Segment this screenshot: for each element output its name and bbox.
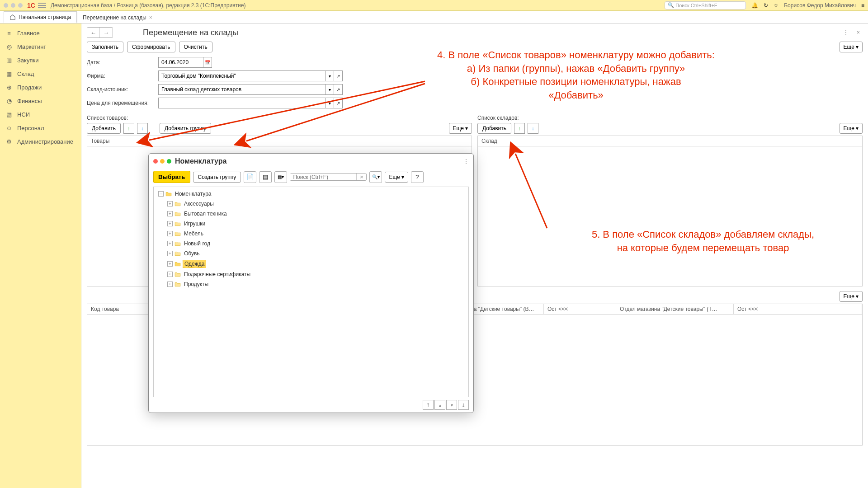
goods-move-up-button[interactable]: ↑ bbox=[123, 123, 134, 134]
nav-back-button[interactable]: ← bbox=[87, 28, 100, 38]
app-title: Демонстрационная база / Розница (базовая… bbox=[51, 2, 246, 9]
firm-input[interactable] bbox=[158, 70, 326, 81]
source-dropdown-icon[interactable]: ▾ bbox=[325, 84, 334, 95]
user-menu-icon[interactable]: ≡ bbox=[861, 2, 864, 9]
clear-button[interactable]: Очистить bbox=[179, 42, 212, 52]
goods-add-button[interactable]: Добавить bbox=[87, 123, 121, 134]
tree-node-8[interactable]: +Продукты bbox=[154, 279, 468, 289]
bell-icon[interactable]: 🔔 bbox=[751, 2, 758, 9]
nav-forward-button[interactable]: → bbox=[100, 28, 113, 38]
nomenclature-tree[interactable]: −Номенклатура+Аксессуары+Бытовая техника… bbox=[153, 187, 469, 397]
goods-table-header: Товары bbox=[87, 136, 472, 146]
sidebar-item-1[interactable]: ◎Маркетинг bbox=[0, 40, 81, 53]
history-icon[interactable]: ↻ bbox=[764, 2, 768, 9]
price-input[interactable] bbox=[158, 98, 326, 108]
sidebar-item-8[interactable]: ⚙Администрирование bbox=[0, 135, 81, 148]
bottom-more-button[interactable]: Еще▾ bbox=[840, 291, 863, 302]
sidebar-item-7[interactable]: ☺Персонал bbox=[0, 121, 81, 135]
titlebar: 1C Демонстрационная база / Розница (базо… bbox=[0, 0, 868, 11]
source-open-icon[interactable]: ↗ bbox=[334, 84, 343, 95]
tab-bar: Начальная страница Перемещение на склады… bbox=[0, 11, 868, 23]
dialog-more-button[interactable]: Еще▾ bbox=[385, 172, 408, 183]
source-label: Склад-источник: bbox=[87, 86, 155, 93]
select-button[interactable]: Выбрать bbox=[153, 171, 190, 183]
date-input[interactable] bbox=[158, 57, 203, 68]
tree-node-1[interactable]: +Бытовая техника bbox=[154, 209, 468, 219]
goods-list-label: Список товаров: bbox=[87, 115, 472, 121]
wh-move-up-button[interactable]: ↑ bbox=[514, 123, 525, 134]
more-button-top[interactable]: Еще▾ bbox=[840, 42, 863, 52]
expand-all-icon[interactable]: ⤓ bbox=[458, 400, 469, 410]
clear-search-icon[interactable]: × bbox=[356, 174, 366, 180]
tree-root[interactable]: −Номенклатура bbox=[154, 189, 468, 199]
window-controls[interactable] bbox=[4, 3, 23, 8]
annotation-4: 4. В поле «Список товаров» номенклатуру … bbox=[373, 48, 779, 102]
tab-home[interactable]: Начальная страница bbox=[4, 11, 77, 23]
sidebar-icon: ◎ bbox=[5, 43, 13, 50]
home-icon bbox=[9, 14, 16, 20]
sidebar-icon: ≡ bbox=[5, 29, 13, 37]
goods-move-down-button[interactable]: ↓ bbox=[137, 123, 148, 134]
dialog-menu-icon[interactable]: ⋮ bbox=[463, 158, 469, 164]
nav-back-forward[interactable]: ← → bbox=[87, 27, 113, 38]
collapse-all-icon[interactable]: ⤒ bbox=[423, 400, 434, 410]
warehouses-panel: Список складов: Добавить ↑ ↓ Еще▾ Склад bbox=[477, 115, 863, 286]
close-page-icon[interactable]: × bbox=[854, 28, 863, 37]
wh-move-down-button[interactable]: ↓ bbox=[528, 123, 538, 134]
sidebar-item-4[interactable]: ⊕Продажи bbox=[0, 80, 81, 94]
warehouses-add-button[interactable]: Добавить bbox=[477, 123, 511, 134]
form-button[interactable]: Сформировать bbox=[127, 42, 175, 52]
sidebar-item-6[interactable]: ▧НСИ bbox=[0, 108, 81, 121]
tree-node-0[interactable]: +Аксессуары bbox=[154, 199, 468, 209]
sidebar-item-label: НСИ bbox=[17, 111, 30, 118]
star-icon[interactable]: ☆ bbox=[774, 2, 778, 9]
create-item-icon[interactable]: 📄 bbox=[244, 171, 256, 183]
sidebar-item-2[interactable]: ▥Закупки bbox=[0, 53, 81, 67]
tree-node-4[interactable]: +Новый год bbox=[154, 239, 468, 249]
username-label[interactable]: Борисов Федор Михайлович bbox=[784, 2, 856, 9]
tree-node-3[interactable]: +Мебель bbox=[154, 229, 468, 239]
price-open-icon[interactable]: ↗ bbox=[334, 98, 343, 108]
group-view-icon[interactable]: ▦▾ bbox=[274, 171, 287, 183]
tree-node-5[interactable]: +Обувь bbox=[154, 249, 468, 258]
app-logo: 1C bbox=[27, 2, 35, 9]
page-menu-icon[interactable]: ⋮ bbox=[840, 28, 851, 37]
firm-dropdown-icon[interactable]: ▾ bbox=[325, 70, 334, 81]
scroll-up-icon[interactable]: ▴ bbox=[434, 400, 445, 410]
calendar-icon[interactable]: 📅 bbox=[203, 57, 212, 68]
sidebar-item-label: Закупки bbox=[17, 57, 38, 64]
sidebar: ≡Главное◎Маркетинг▥Закупки▦Склад⊕Продажи… bbox=[0, 23, 81, 488]
source-input[interactable] bbox=[158, 84, 326, 95]
sidebar-item-5[interactable]: ◔Финансы bbox=[0, 94, 81, 108]
dialog-window-controls[interactable] bbox=[153, 159, 171, 164]
sidebar-item-label: Финансы bbox=[17, 98, 42, 104]
dialog-search-input[interactable]: × bbox=[290, 173, 367, 181]
tree-node-7[interactable]: +Подарочные сертификаты bbox=[154, 269, 468, 279]
search-settings-icon[interactable]: 🔍▾ bbox=[369, 171, 382, 183]
fill-button[interactable]: Заполнить bbox=[87, 42, 123, 52]
scroll-down-icon[interactable]: ▾ bbox=[446, 400, 457, 410]
sidebar-item-label: Продажи bbox=[17, 84, 42, 91]
wh-more-button[interactable]: Еще▾ bbox=[840, 123, 863, 134]
sidebar-item-label: Маркетинг bbox=[17, 43, 46, 50]
sidebar-item-label: Администрирование bbox=[17, 138, 73, 145]
close-tab-icon[interactable]: × bbox=[149, 14, 152, 21]
sidebar-item-3[interactable]: ▦Склад bbox=[0, 67, 81, 80]
sidebar-item-label: Главное bbox=[17, 30, 40, 37]
list-view-icon[interactable]: ▤ bbox=[259, 171, 272, 183]
tab-transfer[interactable]: Перемещение на склады × bbox=[77, 12, 158, 23]
create-group-button[interactable]: Создать группу bbox=[193, 172, 241, 183]
sidebar-item-0[interactable]: ≡Главное bbox=[0, 26, 81, 40]
sidebar-icon: ▧ bbox=[5, 111, 13, 118]
goods-add-group-button[interactable]: Добавить группу bbox=[160, 123, 211, 134]
firm-open-icon[interactable]: ↗ bbox=[334, 70, 343, 81]
tree-node-2[interactable]: +Игрушки bbox=[154, 219, 468, 229]
warehouses-table-body[interactable] bbox=[477, 146, 863, 286]
help-button[interactable]: ? bbox=[411, 171, 424, 183]
goods-more-button[interactable]: Еще▾ bbox=[449, 123, 472, 134]
price-dropdown-icon[interactable]: ▾ bbox=[325, 98, 334, 108]
tree-node-6[interactable]: +Одежда bbox=[154, 258, 468, 269]
main-menu-icon[interactable] bbox=[38, 3, 46, 8]
sidebar-item-label: Склад bbox=[17, 70, 34, 77]
global-search-input[interactable]: 🔍 Поиск Ctrl+Shift+F bbox=[665, 1, 746, 9]
